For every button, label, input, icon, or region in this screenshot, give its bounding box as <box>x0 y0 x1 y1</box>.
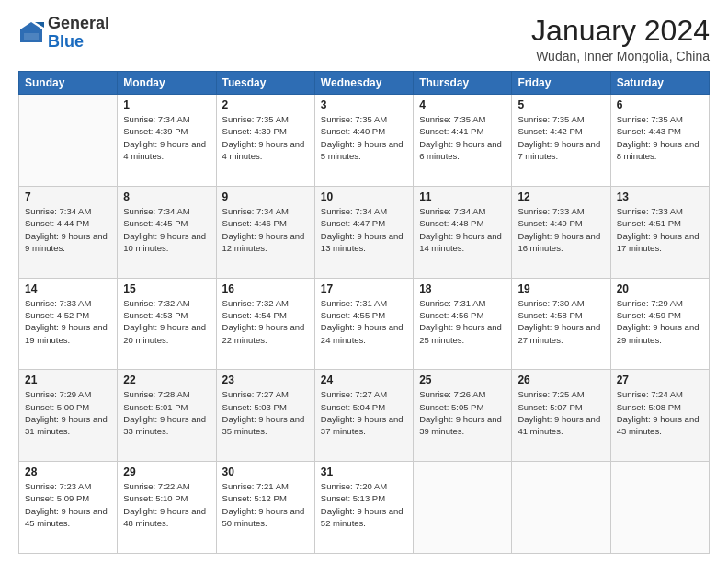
day-number: 20 <box>617 282 703 295</box>
weekday-header-monday: Monday <box>118 72 216 95</box>
logo-blue-text: Blue <box>48 32 84 51</box>
svg-rect-2 <box>24 33 39 40</box>
calendar: SundayMondayTuesdayWednesdayThursdayFrid… <box>18 71 710 554</box>
calendar-cell <box>414 462 512 554</box>
calendar-cell: 22Sunrise: 7:28 AMSunset: 5:01 PMDayligh… <box>118 370 216 462</box>
calendar-cell: 28Sunrise: 7:23 AMSunset: 5:09 PMDayligh… <box>19 462 118 554</box>
day-number: 7 <box>25 190 111 203</box>
cell-data: Sunrise: 7:35 AMSunset: 4:39 PMDaylight:… <box>222 113 309 162</box>
logo-icon <box>18 20 44 46</box>
calendar-cell: 26Sunrise: 7:25 AMSunset: 5:07 PMDayligh… <box>512 370 610 462</box>
day-number: 15 <box>123 282 210 295</box>
calendar-week-1: 1Sunrise: 7:34 AMSunset: 4:39 PMDaylight… <box>19 95 710 187</box>
day-number: 13 <box>617 190 703 203</box>
cell-data: Sunrise: 7:23 AMSunset: 5:09 PMDaylight:… <box>25 480 111 529</box>
cell-data: Sunrise: 7:31 AMSunset: 4:55 PMDaylight:… <box>321 297 407 346</box>
page: General Blue January 2024 Wudan, Inner M… <box>0 0 728 563</box>
calendar-cell: 25Sunrise: 7:26 AMSunset: 5:05 PMDayligh… <box>414 370 512 462</box>
calendar-cell: 29Sunrise: 7:22 AMSunset: 5:10 PMDayligh… <box>118 462 216 554</box>
day-number: 3 <box>321 98 407 111</box>
calendar-table: SundayMondayTuesdayWednesdayThursdayFrid… <box>18 71 710 554</box>
logo-text: General Blue <box>48 15 109 52</box>
calendar-cell: 14Sunrise: 7:33 AMSunset: 4:52 PMDayligh… <box>19 278 118 370</box>
cell-data: Sunrise: 7:28 AMSunset: 5:01 PMDaylight:… <box>123 388 210 437</box>
day-number: 10 <box>321 190 407 203</box>
cell-data: Sunrise: 7:30 AMSunset: 4:58 PMDaylight:… <box>518 297 604 346</box>
calendar-cell: 18Sunrise: 7:31 AMSunset: 4:56 PMDayligh… <box>414 278 512 370</box>
calendar-body: 1Sunrise: 7:34 AMSunset: 4:39 PMDaylight… <box>19 95 710 554</box>
calendar-cell: 11Sunrise: 7:34 AMSunset: 4:48 PMDayligh… <box>414 186 512 278</box>
day-number: 2 <box>222 98 309 111</box>
cell-data: Sunrise: 7:35 AMSunset: 4:42 PMDaylight:… <box>518 113 604 162</box>
calendar-week-5: 28Sunrise: 7:23 AMSunset: 5:09 PMDayligh… <box>19 462 710 554</box>
day-number: 6 <box>617 98 703 111</box>
logo: General Blue <box>18 15 109 52</box>
calendar-cell: 8Sunrise: 7:34 AMSunset: 4:45 PMDaylight… <box>118 186 216 278</box>
calendar-cell: 13Sunrise: 7:33 AMSunset: 4:51 PMDayligh… <box>610 186 709 278</box>
day-number: 26 <box>518 373 604 386</box>
weekday-header-thursday: Thursday <box>414 72 512 95</box>
cell-data: Sunrise: 7:21 AMSunset: 5:12 PMDaylight:… <box>222 480 309 529</box>
day-number: 16 <box>222 282 309 295</box>
calendar-cell: 2Sunrise: 7:35 AMSunset: 4:39 PMDaylight… <box>216 95 314 187</box>
day-number: 23 <box>222 373 309 386</box>
logo-general-text: General <box>48 14 109 32</box>
cell-data: Sunrise: 7:24 AMSunset: 5:08 PMDaylight:… <box>617 388 703 437</box>
weekday-header-tuesday: Tuesday <box>216 72 314 95</box>
cell-data: Sunrise: 7:35 AMSunset: 4:41 PMDaylight:… <box>419 113 506 162</box>
day-number: 8 <box>123 190 210 203</box>
cell-data: Sunrise: 7:34 AMSunset: 4:45 PMDaylight:… <box>123 205 210 254</box>
calendar-header: SundayMondayTuesdayWednesdayThursdayFrid… <box>19 72 710 95</box>
calendar-cell <box>512 462 610 554</box>
day-number: 24 <box>321 373 407 386</box>
weekday-header-wednesday: Wednesday <box>314 72 413 95</box>
cell-data: Sunrise: 7:33 AMSunset: 4:49 PMDaylight:… <box>518 205 604 254</box>
day-number: 27 <box>617 373 703 386</box>
calendar-cell: 16Sunrise: 7:32 AMSunset: 4:54 PMDayligh… <box>216 278 314 370</box>
calendar-week-4: 21Sunrise: 7:29 AMSunset: 5:00 PMDayligh… <box>19 370 710 462</box>
cell-data: Sunrise: 7:34 AMSunset: 4:48 PMDaylight:… <box>419 205 506 254</box>
cell-data: Sunrise: 7:25 AMSunset: 5:07 PMDaylight:… <box>518 388 604 437</box>
day-number: 18 <box>419 282 506 295</box>
day-number: 12 <box>518 190 604 203</box>
calendar-cell: 12Sunrise: 7:33 AMSunset: 4:49 PMDayligh… <box>512 186 610 278</box>
cell-data: Sunrise: 7:34 AMSunset: 4:46 PMDaylight:… <box>222 205 309 254</box>
day-number: 29 <box>123 465 210 478</box>
cell-data: Sunrise: 7:33 AMSunset: 4:51 PMDaylight:… <box>617 205 703 254</box>
calendar-cell: 5Sunrise: 7:35 AMSunset: 4:42 PMDaylight… <box>512 95 610 187</box>
cell-data: Sunrise: 7:27 AMSunset: 5:03 PMDaylight:… <box>222 388 309 437</box>
day-number: 5 <box>518 98 604 111</box>
location: Wudan, Inner Mongolia, China <box>531 49 710 63</box>
calendar-week-2: 7Sunrise: 7:34 AMSunset: 4:44 PMDaylight… <box>19 186 710 278</box>
calendar-week-3: 14Sunrise: 7:33 AMSunset: 4:52 PMDayligh… <box>19 278 710 370</box>
day-number: 28 <box>25 465 111 478</box>
cell-data: Sunrise: 7:27 AMSunset: 5:04 PMDaylight:… <box>321 388 407 437</box>
weekday-header-row: SundayMondayTuesdayWednesdayThursdayFrid… <box>19 72 710 95</box>
cell-data: Sunrise: 7:26 AMSunset: 5:05 PMDaylight:… <box>419 388 506 437</box>
day-number: 25 <box>419 373 506 386</box>
cell-data: Sunrise: 7:32 AMSunset: 4:54 PMDaylight:… <box>222 297 309 346</box>
calendar-cell: 3Sunrise: 7:35 AMSunset: 4:40 PMDaylight… <box>314 95 413 187</box>
cell-data: Sunrise: 7:20 AMSunset: 5:13 PMDaylight:… <box>321 480 407 529</box>
calendar-cell: 21Sunrise: 7:29 AMSunset: 5:00 PMDayligh… <box>19 370 118 462</box>
day-number: 11 <box>419 190 506 203</box>
cell-data: Sunrise: 7:35 AMSunset: 4:40 PMDaylight:… <box>321 113 407 162</box>
day-number: 30 <box>222 465 309 478</box>
calendar-cell: 19Sunrise: 7:30 AMSunset: 4:58 PMDayligh… <box>512 278 610 370</box>
day-number: 31 <box>321 465 407 478</box>
calendar-cell <box>610 462 709 554</box>
day-number: 17 <box>321 282 407 295</box>
calendar-cell: 17Sunrise: 7:31 AMSunset: 4:55 PMDayligh… <box>314 278 413 370</box>
weekday-header-sunday: Sunday <box>19 72 118 95</box>
title-block: January 2024 Wudan, Inner Mongolia, Chin… <box>531 15 710 63</box>
cell-data: Sunrise: 7:35 AMSunset: 4:43 PMDaylight:… <box>617 113 703 162</box>
calendar-cell: 27Sunrise: 7:24 AMSunset: 5:08 PMDayligh… <box>610 370 709 462</box>
day-number: 22 <box>123 373 210 386</box>
day-number: 14 <box>25 282 111 295</box>
calendar-cell: 6Sunrise: 7:35 AMSunset: 4:43 PMDaylight… <box>610 95 709 187</box>
header: General Blue January 2024 Wudan, Inner M… <box>18 15 710 63</box>
cell-data: Sunrise: 7:34 AMSunset: 4:44 PMDaylight:… <box>25 205 111 254</box>
month-title: January 2024 <box>531 15 710 47</box>
calendar-cell: 23Sunrise: 7:27 AMSunset: 5:03 PMDayligh… <box>216 370 314 462</box>
day-number: 9 <box>222 190 309 203</box>
